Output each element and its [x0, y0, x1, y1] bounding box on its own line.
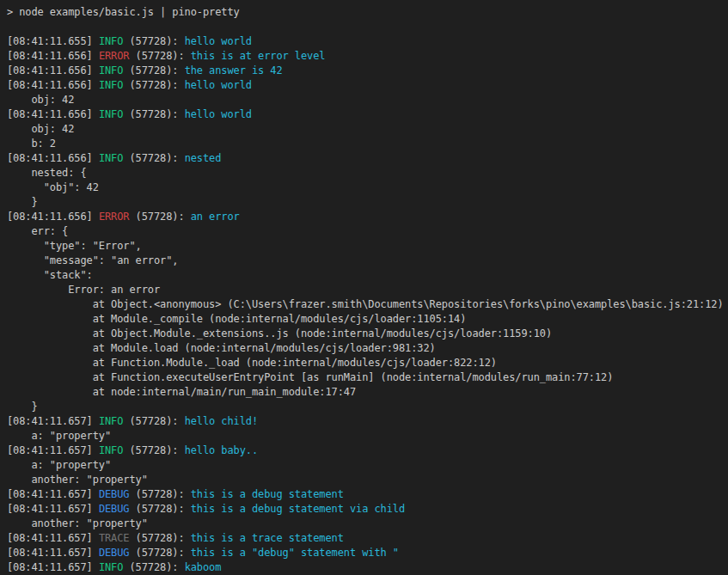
- terminal-line: at Function.executeUserEntryPoint [as ru…: [7, 370, 725, 385]
- terminal-line: }: [7, 195, 725, 210]
- terminal-text-segment: at node:internal/main/run_main_module:17…: [7, 386, 356, 398]
- terminal-text-segment: hello world: [185, 108, 252, 120]
- terminal-text-segment: hello world: [185, 35, 252, 47]
- terminal-line: [08:41:11.655] INFO (57728): hello world: [7, 34, 725, 49]
- terminal-line: [08:41:11.656] ERROR (57728): an error: [7, 210, 725, 224]
- terminal-text-segment: (57728):: [123, 415, 184, 427]
- terminal-text-segment: (57728):: [130, 503, 191, 515]
- terminal-line: obj: 42: [7, 122, 725, 137]
- terminal-text-segment: hello world: [185, 79, 252, 91]
- terminal-line: [08:41:11.656] INFO (57728): hello world: [7, 78, 725, 93]
- terminal-text-segment: [08:41:11.657]: [7, 547, 99, 559]
- terminal-line: at Function.Module._load (node:internal/…: [7, 356, 725, 370]
- terminal-text-segment: [08:41:11.657]: [7, 561, 99, 573]
- terminal-text-segment: (57728):: [130, 211, 191, 223]
- terminal-text-segment: (57728):: [123, 561, 184, 573]
- terminal-line: a: "property": [7, 458, 725, 473]
- terminal-text-segment: obj: 42: [7, 123, 74, 135]
- terminal-text-segment: "obj": 42: [7, 181, 99, 193]
- terminal-line: [08:41:11.656] INFO (57728): the answer …: [7, 64, 725, 78]
- terminal-line: b: 2: [7, 137, 725, 151]
- terminal-text-segment: [08:41:11.657]: [7, 444, 99, 456]
- terminal-line: [08:41:11.656] INFO (57728): hello world: [7, 107, 725, 122]
- terminal-text-segment: the answer is 42: [185, 64, 283, 76]
- terminal-text-segment: INFO: [99, 152, 124, 164]
- terminal-text-segment: another: "property": [7, 517, 148, 529]
- terminal-line: at Module._compile (node:internal/module…: [7, 312, 725, 327]
- terminal-text-segment: at Function.executeUserEntryPoint [as ru…: [7, 371, 613, 383]
- terminal-text-segment: [08:41:11.656]: [7, 108, 99, 120]
- terminal-line: obj: 42: [7, 93, 725, 107]
- terminal-text-segment: [08:41:11.657]: [7, 488, 99, 500]
- terminal-text-segment: TRACE: [99, 532, 130, 544]
- terminal-text-segment: ERROR: [99, 50, 130, 62]
- terminal-text-segment: [08:41:11.656]: [7, 211, 99, 223]
- terminal-text-segment: DEBUG: [99, 488, 130, 500]
- terminal-text-segment: at Function.Module._load (node:internal/…: [7, 357, 497, 369]
- terminal-line: [08:41:11.656] INFO (57728): nested: [7, 151, 725, 166]
- terminal-text-segment: a: "property": [7, 459, 111, 471]
- terminal-line: [08:41:11.657] INFO (57728): kaboom: [7, 560, 725, 575]
- terminal-line: at Object.<anonymous> (C:\Users\frazer.s…: [7, 297, 725, 312]
- terminal-text-segment: (57728):: [123, 35, 184, 47]
- terminal-line: [08:41:11.657] DEBUG (57728): this is a …: [7, 502, 725, 517]
- terminal-line: [08:41:11.657] INFO (57728): hello child…: [7, 414, 725, 429]
- terminal-text-segment: [08:41:11.657]: [7, 503, 99, 515]
- terminal-text-segment: INFO: [99, 64, 124, 76]
- terminal-text-segment: [08:41:11.656]: [7, 152, 99, 164]
- terminal-text-segment: this is a trace statement: [191, 532, 344, 544]
- terminal-text-segment: }: [7, 196, 38, 208]
- terminal-text-segment: INFO: [99, 444, 124, 456]
- terminal-line: at Module.load (node:internal/modules/cj…: [7, 341, 725, 356]
- terminal-text-segment: at Module.load (node:internal/modules/cj…: [7, 342, 436, 354]
- terminal-text-segment: an error: [191, 211, 240, 223]
- terminal-text-segment: [08:41:11.656]: [7, 50, 99, 62]
- terminal-text-segment: [08:41:11.655]: [7, 35, 99, 47]
- terminal-line: "type": "Error",: [7, 239, 725, 254]
- terminal-text-segment: a: "property": [7, 430, 111, 442]
- terminal-line: Error: an error: [7, 283, 725, 297]
- terminal-line: [7, 20, 725, 34]
- terminal-text-segment: > node examples/basic.js | pino-pretty: [7, 6, 240, 18]
- terminal-text-segment: ERROR: [99, 211, 130, 223]
- terminal-text-segment: (57728):: [130, 488, 191, 500]
- terminal-line: err: {: [7, 224, 725, 239]
- terminal-text-segment: another: "property": [7, 474, 148, 486]
- terminal-line: at node:internal/main/run_main_module:17…: [7, 385, 725, 400]
- terminal-text-segment: [08:41:11.656]: [7, 79, 99, 91]
- terminal-line: "obj": 42: [7, 180, 725, 195]
- terminal-line: nested: {: [7, 166, 725, 180]
- terminal-text-segment: [08:41:11.656]: [7, 64, 99, 76]
- terminal-text-segment: (57728):: [123, 152, 184, 164]
- terminal-output: > node examples/basic.js | pino-pretty […: [7, 5, 725, 575]
- terminal-text-segment: INFO: [99, 561, 124, 573]
- terminal-text-segment: at Object.<anonymous> (C:\Users\frazer.s…: [7, 298, 724, 310]
- terminal-line: "message": "an error",: [7, 254, 725, 268]
- terminal-line: at Object.Module._extensions..js (node:i…: [7, 327, 725, 341]
- terminal-text-segment: DEBUG: [99, 547, 130, 559]
- terminal-text-segment: (57728):: [123, 64, 184, 76]
- terminal-text-segment: this is a "debug" statement with ": [191, 547, 399, 559]
- terminal-line: > node examples/basic.js | pino-pretty: [7, 5, 725, 20]
- terminal: > node examples/basic.js | pino-pretty […: [0, 0, 728, 575]
- terminal-text-segment: Error: an error: [7, 284, 160, 296]
- terminal-text-segment: kaboom: [185, 561, 222, 573]
- terminal-text-segment: (57728):: [130, 532, 191, 544]
- terminal-line: }: [7, 400, 725, 414]
- terminal-line: another: "property": [7, 473, 725, 487]
- terminal-text-segment: DEBUG: [99, 503, 130, 515]
- terminal-line: [08:41:11.657] INFO (57728): hello baby.…: [7, 443, 725, 458]
- terminal-text-segment: b: 2: [7, 138, 56, 150]
- terminal-text-segment: INFO: [99, 108, 124, 120]
- terminal-text-segment: [08:41:11.657]: [7, 415, 99, 427]
- terminal-text-segment: err: {: [7, 225, 68, 237]
- terminal-text-segment: (57728):: [123, 79, 184, 91]
- terminal-text-segment: nested: [185, 152, 222, 164]
- terminal-text-segment: nested: {: [7, 167, 87, 179]
- terminal-text-segment: this is a debug statement via child: [191, 503, 405, 515]
- terminal-text-segment: INFO: [99, 79, 124, 91]
- terminal-text-segment: obj: 42: [7, 94, 74, 106]
- terminal-text-segment: (57728):: [130, 50, 191, 62]
- terminal-text-segment: "type": "Error",: [7, 240, 142, 252]
- terminal-text-segment: (57728):: [130, 547, 191, 559]
